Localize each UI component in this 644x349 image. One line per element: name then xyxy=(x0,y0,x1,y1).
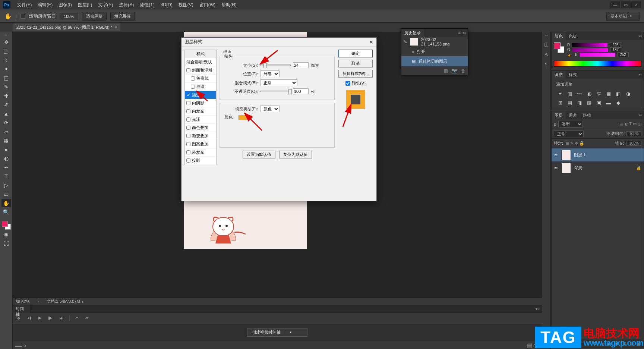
style-row[interactable]: 光泽 xyxy=(185,116,216,124)
menu-type[interactable]: 文字(Y) xyxy=(95,2,116,8)
path-select-tool[interactable]: ▷ xyxy=(1,181,11,189)
timeline-tab[interactable]: 时间轴 xyxy=(13,305,31,313)
opacity-slider[interactable] xyxy=(260,91,291,92)
blend-select[interactable]: 正常 xyxy=(260,79,297,86)
style-row[interactable]: 斜面和浮雕 xyxy=(185,66,216,75)
workspace-switcher[interactable]: 基本功能≡ xyxy=(606,12,640,21)
panel-menu-icon[interactable]: ▾≡ xyxy=(638,73,642,76)
fit-screen-button[interactable]: 适合屏幕 xyxy=(82,12,107,21)
layer-item[interactable]: 👁 背景 🔒 xyxy=(552,161,644,174)
layer-filter-select[interactable]: 类型 xyxy=(558,121,583,128)
stamp-tool[interactable]: ▲ xyxy=(1,110,11,118)
style-checkbox[interactable] xyxy=(186,142,190,146)
wand-tool[interactable]: ✦ xyxy=(1,65,11,73)
create-timeline-button[interactable]: 创建视频时间轴 ▼ xyxy=(247,328,307,337)
hue-bar[interactable] xyxy=(554,61,641,67)
tl-prev-icon[interactable]: ◂▮ xyxy=(26,315,33,321)
marquee-tool[interactable]: ⬚ xyxy=(1,47,11,55)
opacity-input[interactable] xyxy=(626,131,641,136)
menu-help[interactable]: 帮助(H) xyxy=(218,2,240,8)
posterize-icon[interactable]: ▨ xyxy=(586,100,593,106)
curves-icon[interactable]: 〰 xyxy=(576,91,583,97)
ok-button[interactable]: 确定 xyxy=(338,50,373,57)
threshold-icon[interactable]: ▣ xyxy=(596,100,602,106)
channels-tab[interactable]: 通道 xyxy=(566,111,580,119)
brush-tool[interactable]: ✐ xyxy=(1,101,11,109)
style-checkbox[interactable] xyxy=(186,150,190,154)
maximize-button[interactable]: ▭ xyxy=(621,1,631,8)
delete-history-icon[interactable]: 🗑 xyxy=(461,68,465,73)
snapshot-icon[interactable]: 📷 xyxy=(452,68,457,73)
layer-item[interactable]: 👁 图层 1 xyxy=(552,148,644,161)
cancel-button[interactable]: 取消 xyxy=(338,60,373,67)
invert-icon[interactable]: ◨ xyxy=(576,100,583,106)
char-panel-icon[interactable]: A xyxy=(544,51,548,57)
color-swatches[interactable] xyxy=(2,221,11,230)
panel-menu-icon[interactable]: ◂▸ ▾≡ xyxy=(458,31,466,35)
style-row[interactable]: 外发光 xyxy=(185,148,216,157)
zoom-status[interactable]: 66.67% xyxy=(16,299,29,304)
move-tool[interactable]: ✥ xyxy=(1,38,11,46)
selective-color-icon[interactable]: ◆ xyxy=(615,100,622,106)
lookup-icon[interactable]: ▤ xyxy=(566,100,573,106)
layers-tab[interactable]: 图层 xyxy=(552,111,566,119)
style-checkbox[interactable] xyxy=(191,85,195,89)
history-step[interactable]: ≡ 打开 xyxy=(401,47,468,56)
lasso-tool[interactable]: ⌇ xyxy=(1,56,11,64)
style-row[interactable]: 内阴影 xyxy=(185,99,216,107)
pen-tool[interactable]: ✒ xyxy=(1,163,11,172)
type-tool[interactable]: T xyxy=(1,172,11,180)
style-checkbox[interactable] xyxy=(186,134,190,138)
history-snapshot[interactable]: ✎ 2023-02-21_141153.png xyxy=(401,37,468,47)
tl-first-icon[interactable]: ⏮ xyxy=(15,315,22,321)
adjust-tab[interactable]: 调整 xyxy=(552,71,566,79)
menu-select[interactable]: 选择(S) xyxy=(116,2,137,8)
exposure-icon[interactable]: ◐ xyxy=(586,91,593,97)
menu-view[interactable]: 视图(V) xyxy=(176,2,196,8)
nav-panel-icon[interactable]: ◫ xyxy=(544,41,549,47)
new-style-button[interactable]: 新建样式(W)... xyxy=(338,70,373,78)
history-brush-tool[interactable]: ⟳ xyxy=(1,119,11,127)
channel-mixer-icon[interactable]: ⊞ xyxy=(557,100,564,106)
gradient-tool[interactable]: ▦ xyxy=(1,136,11,145)
gamut-warning-icon[interactable]: ▲ xyxy=(567,53,571,57)
visibility-icon[interactable]: 👁 xyxy=(554,153,558,158)
menu-image[interactable]: 图像(I) xyxy=(56,2,75,8)
visibility-icon[interactable]: 👁 xyxy=(554,166,558,171)
tl-last-icon[interactable]: ⏭ xyxy=(58,315,65,321)
close-button[interactable]: ✕ xyxy=(631,1,641,8)
scroll-all-checkbox[interactable] xyxy=(20,14,25,19)
shape-tool[interactable]: ▭ xyxy=(1,190,11,198)
style-checkbox[interactable] xyxy=(186,109,190,113)
panel-menu-icon[interactable]: ▾≡ xyxy=(638,113,642,117)
style-checkbox[interactable] xyxy=(186,68,190,72)
zoom-100-button[interactable]: 100% xyxy=(60,13,78,20)
paths-tab[interactable]: 路径 xyxy=(580,111,594,119)
preview-checkbox[interactable] xyxy=(345,81,350,86)
menu-edit[interactable]: 编辑(E) xyxy=(35,2,56,8)
screenmode-tool[interactable]: ⛶ xyxy=(1,239,11,248)
styles-tab[interactable]: 样式 xyxy=(566,71,580,79)
style-checkbox[interactable] xyxy=(186,93,190,97)
close-tab-icon[interactable]: ✕ xyxy=(114,25,117,29)
foreground-color[interactable] xyxy=(2,221,8,227)
heal-tool[interactable]: ✚ xyxy=(1,92,11,100)
reset-default-button[interactable]: 复位为默认值 xyxy=(279,151,312,158)
style-checkbox[interactable] xyxy=(186,117,190,122)
swatches-tab[interactable]: 色板 xyxy=(566,32,580,40)
menu-layer[interactable]: 图层(L) xyxy=(75,2,95,8)
hand-tool[interactable]: ✋ xyxy=(1,199,11,207)
style-checkbox[interactable] xyxy=(186,101,190,105)
create-doc-icon[interactable]: ▦ xyxy=(444,68,448,73)
size-input[interactable] xyxy=(293,62,309,68)
bw-icon[interactable]: ◧ xyxy=(615,91,622,97)
b-slider[interactable] xyxy=(580,53,615,57)
fill-input[interactable] xyxy=(626,141,641,146)
panel-menu-icon[interactable]: ▾≡ xyxy=(638,34,642,38)
size-slider[interactable] xyxy=(260,65,291,66)
gradient-map-icon[interactable]: ▬ xyxy=(605,100,612,106)
levels-icon[interactable]: ▥ xyxy=(566,91,573,97)
minimize-button[interactable]: — xyxy=(610,1,620,8)
tl-next-icon[interactable]: ▮▸ xyxy=(47,315,54,321)
tl-transition-icon[interactable]: ▱ xyxy=(84,315,90,321)
